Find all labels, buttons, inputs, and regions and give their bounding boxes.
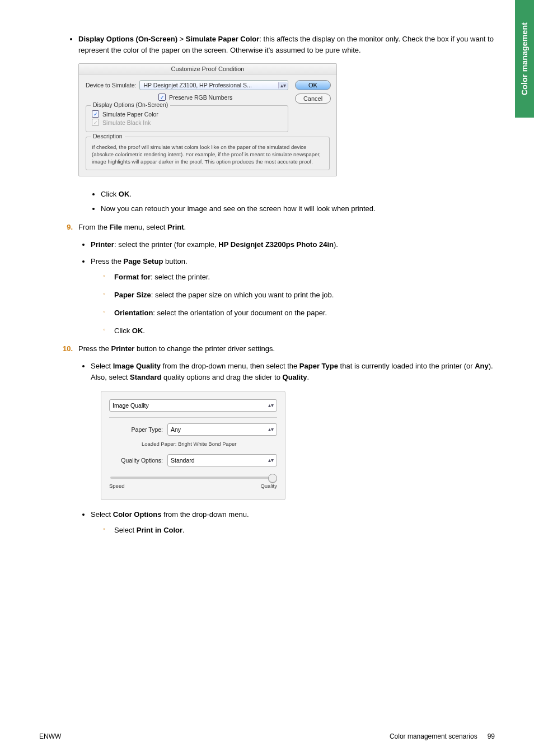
- step-9: From the File menu, select Print. Printe…: [56, 222, 495, 337]
- retouch-bullet: Now you can retouch your image and see o…: [101, 203, 495, 214]
- quality-options-label: Quality Options:: [109, 456, 163, 465]
- updown-icon: ▴▾: [278, 82, 288, 88]
- image-quality-bullet: Select Image Quality from the drop-down …: [91, 361, 495, 383]
- simulate-paper-color-checkbox[interactable]: ✓: [92, 110, 99, 118]
- slider-thumb-icon[interactable]: [268, 474, 277, 483]
- footer-left: ENWW: [39, 732, 61, 740]
- simulate-black-ink-label: Simulate Black Ink: [102, 119, 151, 126]
- simulate-paper-color-label: Simulate Paper Color: [102, 111, 158, 118]
- quality-options-select[interactable]: Standard▴▾: [167, 454, 277, 466]
- slider-quality-label: Quality: [260, 482, 277, 491]
- quality-slider[interactable]: [110, 477, 276, 479]
- click-ok-sub-bullet: Click OK.: [103, 325, 495, 337]
- side-tab-label: Color management: [520, 22, 529, 95]
- paper-type-label: Paper Type:: [109, 425, 163, 434]
- print-in-color-bullet: Select Print in Color.: [103, 525, 495, 536]
- paper-type-select[interactable]: Any▴▾: [167, 423, 277, 436]
- ok-button[interactable]: OK: [295, 80, 331, 90]
- click-ok-bullet: Click OK.: [101, 189, 495, 200]
- page-setup-bullet: Press the Page Setup button. Format for:…: [91, 256, 495, 337]
- panel-type-select[interactable]: Image Quality▴▾: [109, 399, 277, 412]
- preserve-rgb-checkbox[interactable]: ✓: [158, 94, 166, 101]
- device-to-simulate-label: Device to Simulate:: [86, 82, 136, 88]
- description-text: If checked, the proof will simulate what…: [92, 144, 324, 165]
- customize-proof-condition-dialog: Customize Proof Condition OK Cancel Devi…: [78, 63, 337, 176]
- paper-size-bullet: Paper Size: select the paper size on whi…: [103, 290, 495, 301]
- printer-bullet: Printer: select the printer (for example…: [91, 239, 495, 250]
- updown-icon: ▴▾: [268, 401, 274, 410]
- cancel-button[interactable]: Cancel: [295, 94, 331, 104]
- color-options-bullet: Select Color Options from the drop-down …: [91, 509, 495, 536]
- format-for-bullet: Format for: select the printer.: [103, 272, 495, 283]
- side-tab: Color management: [515, 0, 534, 118]
- preserve-rgb-label: Preserve RGB Numbers: [169, 94, 232, 101]
- page-footer: ENWW Color management scenarios 99: [39, 732, 495, 740]
- footer-section: Color management scenarios: [390, 732, 477, 740]
- display-options-bullet: Display Options (On-Screen) > Simulate P…: [78, 34, 495, 55]
- simulate-black-ink-checkbox[interactable]: ✓: [92, 119, 99, 126]
- step-10: Press the Printer button to change the p…: [56, 343, 495, 536]
- device-to-simulate-select[interactable]: HP Designjet Z3100, HP Professional S...…: [139, 80, 288, 90]
- slider-speed-label: Speed: [109, 482, 124, 491]
- orientation-bullet: Orientation: select the orientation of y…: [103, 307, 495, 319]
- updown-icon: ▴▾: [268, 425, 274, 434]
- dialog-title: Customize Proof Condition: [79, 64, 336, 74]
- description-groupbox: Description If checked, the proof will s…: [86, 137, 330, 170]
- display-options-groupbox: Display Options (On-Screen) ✓ Simulate P…: [86, 105, 288, 132]
- footer-page-number: 99: [488, 732, 495, 740]
- updown-icon: ▴▾: [268, 456, 274, 465]
- image-quality-panel: Image Quality▴▾ Paper Type: Any▴▾ Loaded…: [101, 391, 285, 500]
- loaded-paper-label: Loaded Paper: Bright White Bond Paper: [142, 440, 277, 449]
